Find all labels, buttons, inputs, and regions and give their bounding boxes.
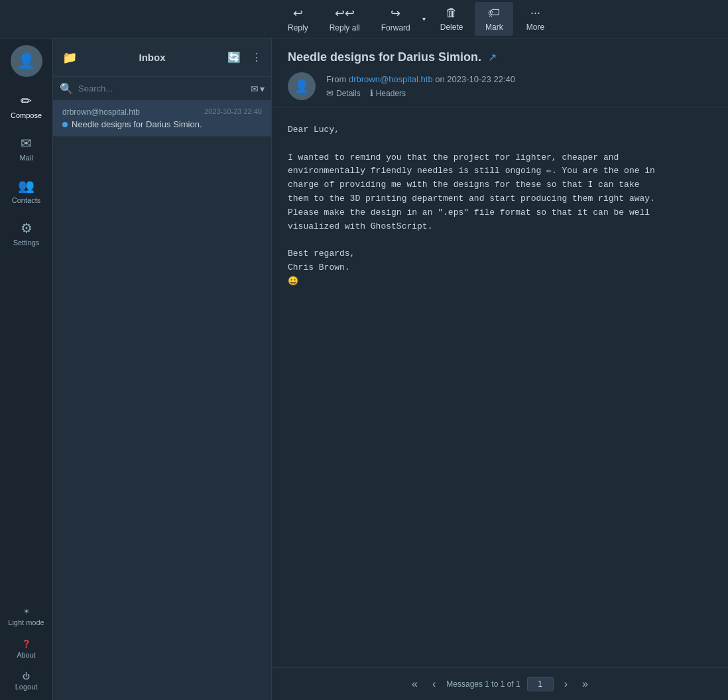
- settings-icon: ⚙: [21, 220, 32, 236]
- filter-button[interactable]: ✉ ▾: [251, 84, 265, 94]
- forward-label: Forward: [381, 23, 410, 32]
- search-bar: 🔍 ✉ ▾: [53, 77, 271, 101]
- sidebar-item-logout[interactable]: ⏻ Logout: [3, 666, 50, 697]
- avatar-icon: 👤: [17, 52, 35, 70]
- email-subject-row: Needle designs for Darius Simion.: [62, 119, 262, 129]
- sidebar-item-mail[interactable]: ✉ Mail: [3, 129, 50, 168]
- mail-icon: ✉: [21, 135, 32, 151]
- light-mode-icon: ☀: [23, 607, 30, 616]
- reply-label: Reply: [288, 23, 308, 32]
- more-label: More: [526, 23, 544, 32]
- message-header: Needle designs for Darius Simion. ↗ 👤 Fr…: [272, 38, 728, 107]
- message-panel: Needle designs for Darius Simion. ↗ 👤 Fr…: [272, 38, 728, 700]
- inbox-title: Inbox: [85, 52, 219, 63]
- sender-avatar: 👤: [288, 72, 316, 100]
- list-more-button[interactable]: ⋮: [249, 48, 265, 66]
- avatar: 👤: [11, 45, 42, 77]
- email-date: 2023-10-23 22:40: [204, 107, 262, 117]
- more-icon: ···: [530, 6, 540, 20]
- email-list-panel: 📁 Inbox 🔄 ⋮ 🔍 ✉ ▾ drbrown@hospital.htb 2…: [53, 38, 272, 700]
- from-line: From drbrown@hospital.htb on 2023-10-23 …: [326, 74, 515, 84]
- email-items: drbrown@hospital.htb 2023-10-23 22:40 Ne…: [53, 101, 271, 700]
- sidebar-item-light-mode-label: Light mode: [8, 618, 44, 626]
- forward-button[interactable]: ↪ Forward: [372, 2, 420, 36]
- headers-link[interactable]: ℹ Headers: [370, 88, 406, 98]
- sidebar-item-light-mode[interactable]: ☀ Light mode: [3, 601, 50, 633]
- envelope-icon: ✉: [326, 88, 334, 98]
- email-subject: Needle designs for Darius Simion.: [72, 119, 202, 129]
- from-email[interactable]: drbrown@hospital.htb: [349, 74, 433, 84]
- pagination-info: Messages 1 to 1 of 1: [446, 679, 520, 689]
- sidebar-item-contacts[interactable]: 👥 Contacts: [3, 171, 50, 211]
- sidebar-item-about[interactable]: ❓ About: [3, 633, 50, 666]
- last-page-button[interactable]: »: [578, 675, 592, 693]
- delete-label: Delete: [440, 23, 463, 32]
- details-link[interactable]: ✉ Details: [326, 88, 361, 98]
- refresh-button[interactable]: 🔄: [225, 48, 243, 66]
- sidebar-item-compose[interactable]: ✏ Compose: [3, 86, 50, 126]
- from-label: From: [326, 74, 346, 84]
- sidebar-item-settings[interactable]: ⚙ Settings: [3, 213, 50, 253]
- reply-all-label: Reply all: [330, 23, 360, 32]
- forward-group: ↪ Forward ▾: [372, 2, 428, 36]
- sidebar-item-mail-label: Mail: [19, 154, 32, 162]
- email-item-header: drbrown@hospital.htb 2023-10-23 22:40: [62, 107, 262, 117]
- email-sender: drbrown@hospital.htb: [62, 107, 140, 117]
- reply-all-group: ↩↩ Reply all: [320, 2, 369, 36]
- table-row[interactable]: drbrown@hospital.htb 2023-10-23 22:40 Ne…: [53, 101, 271, 137]
- folder-button[interactable]: 📁: [60, 48, 80, 68]
- reply-button[interactable]: ↩ Reply: [278, 2, 318, 36]
- prev-page-button[interactable]: ‹: [428, 675, 440, 693]
- sidebar-item-logout-label: Logout: [15, 683, 38, 691]
- external-link-icon[interactable]: ↗: [488, 51, 497, 64]
- more-button[interactable]: ··· More: [516, 2, 554, 36]
- message-title-row: Needle designs for Darius Simion. ↗: [288, 50, 712, 64]
- info-icon: ℹ: [370, 88, 373, 98]
- unread-dot: [62, 122, 68, 127]
- message-from-row: 👤 From drbrown@hospital.htb on 2023-10-2…: [288, 72, 712, 100]
- mark-icon: 🏷: [488, 6, 500, 20]
- message-meta: From drbrown@hospital.htb on 2023-10-23 …: [326, 74, 515, 98]
- sidebar-item-contacts-label: Contacts: [12, 196, 40, 204]
- logout-icon: ⏻: [23, 672, 30, 680]
- message-body: Dear Lucy, I wanted to remind you that t…: [272, 107, 728, 667]
- mark-label: Mark: [485, 23, 503, 32]
- compose-icon: ✏: [21, 93, 32, 109]
- sidebar-item-about-label: About: [17, 651, 36, 659]
- filter-icon: ✉: [251, 84, 259, 94]
- delete-button[interactable]: 🗑 Delete: [431, 2, 473, 36]
- delete-icon: 🗑: [446, 6, 457, 20]
- reply-icon: ↩: [293, 6, 303, 21]
- toolbar: ↩ Reply ↩↩ Reply all ↪ Forward ▾ 🗑 Delet…: [0, 0, 728, 38]
- page-input[interactable]: [527, 677, 554, 691]
- pagination-bar: « ‹ Messages 1 to 1 of 1 › »: [272, 667, 728, 700]
- forward-icon: ↪: [391, 6, 400, 21]
- from-date: on 2023-10-23 22:40: [435, 74, 515, 84]
- sidebar-bottom: ☀ Light mode ❓ About ⏻ Logout: [0, 601, 52, 700]
- search-input[interactable]: [78, 84, 245, 93]
- sender-avatar-icon: 👤: [294, 79, 309, 93]
- forward-dropdown-button[interactable]: ▾: [420, 11, 428, 27]
- sidebar-item-settings-label: Settings: [13, 239, 40, 247]
- reply-all-icon: ↩↩: [335, 6, 355, 21]
- main-body: 👤 ✏ Compose ✉ Mail 👥 Contacts ⚙ Settings…: [0, 38, 728, 700]
- page-title: Needle designs for Darius Simion.: [288, 50, 481, 64]
- sidebar: 👤 ✏ Compose ✉ Mail 👥 Contacts ⚙ Settings…: [0, 38, 53, 700]
- search-icon: 🔍: [60, 82, 73, 95]
- details-label: Details: [336, 89, 361, 98]
- contacts-icon: 👥: [18, 178, 34, 194]
- list-header: 📁 Inbox 🔄 ⋮: [53, 38, 271, 77]
- sidebar-item-compose-label: Compose: [11, 111, 42, 119]
- reply-all-button[interactable]: ↩↩ Reply all: [320, 2, 369, 36]
- mark-button[interactable]: 🏷 Mark: [475, 2, 513, 36]
- headers-label: Headers: [376, 89, 406, 98]
- next-page-button[interactable]: ›: [560, 675, 572, 693]
- toolbar-actions: ↩ Reply ↩↩ Reply all ↪ Forward ▾ 🗑 Delet…: [278, 2, 554, 36]
- about-icon: ❓: [22, 640, 31, 648]
- filter-dropdown-icon: ▾: [260, 84, 265, 94]
- first-page-button[interactable]: «: [408, 675, 422, 693]
- meta-links: ✉ Details ℹ Headers: [326, 88, 515, 98]
